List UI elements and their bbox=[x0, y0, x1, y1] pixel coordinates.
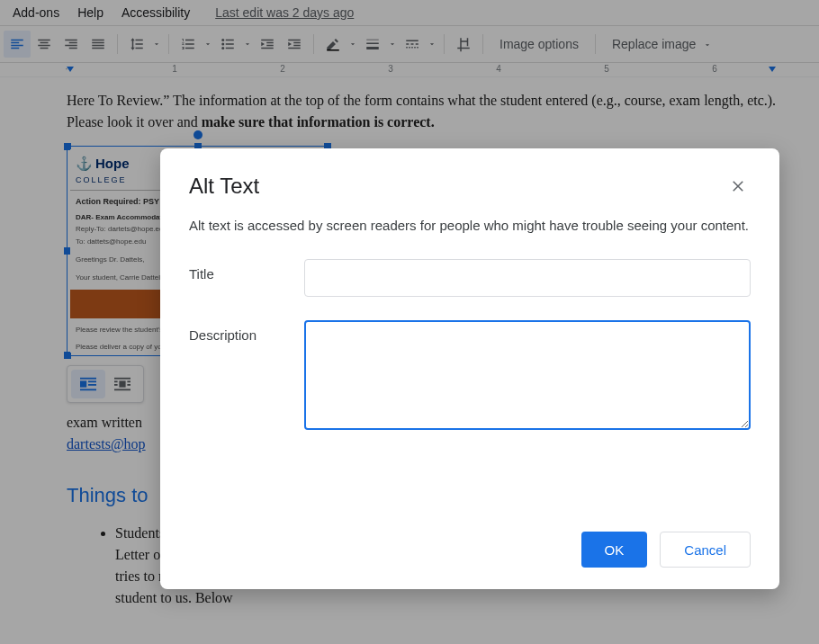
alt-text-dialog: Alt Text Alt text is accessed by screen … bbox=[160, 148, 779, 589]
dialog-title: Alt Text bbox=[189, 174, 259, 199]
title-label: Title bbox=[189, 259, 304, 282]
cancel-button[interactable]: Cancel bbox=[660, 532, 751, 568]
close-button[interactable] bbox=[725, 174, 751, 199]
dialog-description: Alt text is accessed by screen readers f… bbox=[189, 215, 751, 236]
description-textarea[interactable] bbox=[304, 320, 751, 430]
description-label: Description bbox=[189, 320, 304, 343]
title-input[interactable] bbox=[304, 259, 751, 297]
ok-button[interactable]: OK bbox=[581, 532, 648, 568]
